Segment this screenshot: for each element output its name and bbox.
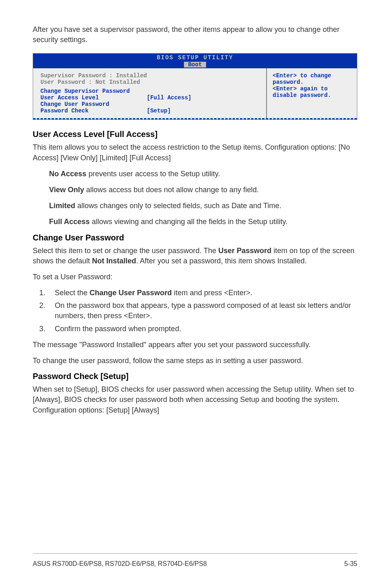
def-view-only: View Only allows access but does not all…: [49, 185, 357, 195]
bios-help-text2: <Enter> again to disable password.: [273, 85, 351, 99]
change-password-followup: To change the user password, follow the …: [33, 356, 357, 366]
bios-help-pane: <Enter> to change password. <Enter> agai…: [267, 68, 357, 118]
def-limited: Limited allows changes only to selected …: [49, 201, 357, 211]
bios-tab-boot: Boot: [184, 62, 206, 67]
bios-body: Supervisor Password : Installed User Pas…: [33, 68, 357, 119]
intro-paragraph: After you have set a supervisor password…: [33, 25, 357, 45]
heading-password-check: Password Check [Setup]: [33, 372, 357, 381]
steps-list: Select the Change User Password item and…: [47, 288, 357, 334]
supervisor-password-status: Supervisor Password : Installed: [40, 72, 259, 79]
footer-product: ASUS RS700D-E6/PS8, RS702D-E6/PS8, RS704…: [33, 560, 207, 568]
user-password-status: User Password : Not Installed: [40, 79, 259, 85]
step-1: Select the Change User Password item and…: [47, 288, 357, 298]
password-check-label: Password Check: [40, 108, 147, 114]
page-footer: ASUS RS700D-E6/PS8, RS702D-E6/PS8, RS704…: [33, 553, 357, 568]
change-supervisor-password-item: Change Supervisor Password: [40, 88, 259, 94]
bios-header: BIOS SETUP UTILITY Boot: [33, 54, 357, 68]
footer-page-number: 5-35: [344, 560, 357, 568]
bios-screenshot: BIOS SETUP UTILITY Boot Supervisor Passw…: [33, 53, 357, 120]
step-3: Confirm the password when prompted.: [47, 324, 357, 334]
user-access-level-item: User Access Level [Full Access]: [40, 94, 259, 101]
heading-user-access-level: User Access Level [Full Access]: [33, 130, 357, 139]
password-installed-msg: The message "Password Installed" appears…: [33, 340, 357, 350]
def-full-access: Full Access allows viewing and changing …: [49, 217, 357, 227]
bios-title: BIOS SETUP UTILITY: [33, 54, 357, 61]
user-access-level-label: User Access Level: [40, 94, 147, 101]
def-no-access: No Access prevents user access to the Se…: [49, 169, 357, 179]
change-user-password-item: Change User Password: [40, 101, 259, 108]
user-access-level-description: This item allows you to select the acces…: [33, 142, 357, 163]
bios-left-pane: Supervisor Password : Installed User Pas…: [33, 68, 267, 118]
password-check-item: Password Check [Setup]: [40, 108, 259, 114]
change-user-password-para1: Select this item to set or change the us…: [33, 246, 357, 266]
step-2: On the password box that appears, type a…: [47, 301, 357, 321]
bios-help-text1: <Enter> to change password.: [273, 72, 351, 85]
password-check-value: [Setup]: [147, 108, 171, 114]
user-access-level-value: [Full Access]: [147, 94, 191, 101]
password-check-description: When set to [Setup], BIOS checks for use…: [33, 384, 357, 415]
heading-change-user-password: Change User Password: [33, 233, 357, 242]
set-user-password-intro: To set a User Password:: [33, 272, 357, 282]
